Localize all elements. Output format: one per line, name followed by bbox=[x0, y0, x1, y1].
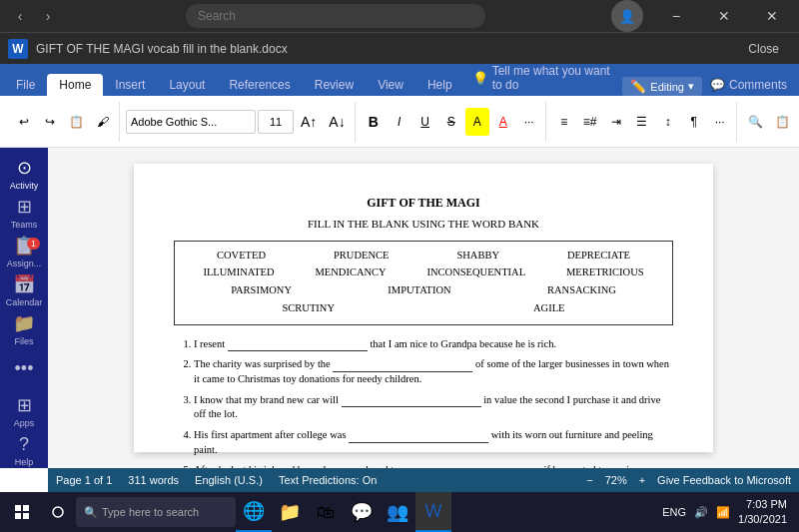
back-button[interactable]: ‹ bbox=[8, 4, 32, 28]
highlight-button[interactable]: A bbox=[465, 108, 489, 136]
maximize-button[interactable]: ✕ bbox=[701, 0, 747, 32]
word-coveted: COVETED bbox=[217, 248, 266, 264]
indent-button[interactable]: ⇥ bbox=[604, 108, 628, 136]
word-prudence: PRUDENCE bbox=[334, 248, 389, 264]
sidebar-item-assignments[interactable]: 📋 Assign... 1 bbox=[4, 234, 44, 268]
app-title-area: W GIFT OF THE MAGI vocab fill in the bla… bbox=[8, 39, 288, 59]
blank-3 bbox=[342, 406, 481, 407]
app-close-area: Close bbox=[736, 38, 791, 60]
files-label: Files bbox=[14, 336, 33, 346]
clipboard2-button[interactable]: 📋 bbox=[770, 108, 795, 136]
taskbar-network[interactable]: 📶 bbox=[716, 506, 730, 519]
comments-button[interactable]: 💬 Comments bbox=[702, 74, 795, 96]
tab-help[interactable]: Help bbox=[415, 74, 464, 96]
taskview-button[interactable] bbox=[40, 492, 76, 532]
word-bank-row-1: COVETED PRUDENCE SHABBY DEPRECIATE bbox=[183, 248, 664, 264]
sidebar: ⊙ Activity ⊞ Teams 📋 Assign... 1 📅 Calen… bbox=[0, 148, 48, 468]
clipboard-button[interactable]: 📋 bbox=[64, 108, 89, 136]
font-shrink-button[interactable]: A↓ bbox=[324, 108, 350, 136]
redo-button[interactable]: ↪ bbox=[38, 108, 62, 136]
blank-2 bbox=[333, 371, 472, 372]
editing-badge[interactable]: ✏️ Editing ▾ bbox=[622, 77, 702, 96]
tell-me-box[interactable]: 💡 Tell me what you want to do bbox=[464, 60, 623, 96]
search-input[interactable] bbox=[186, 4, 485, 28]
calendar-icon: 📅 bbox=[13, 273, 35, 295]
svg-rect-3 bbox=[23, 513, 29, 519]
sentence-list: I resent that I am nice to Grandpa becau… bbox=[174, 337, 673, 469]
taskbar-edge-icon[interactable]: 🌐 bbox=[236, 492, 272, 532]
sidebar-item-activity[interactable]: ⊙ Activity bbox=[4, 156, 44, 191]
font-size-input[interactable] bbox=[258, 110, 294, 134]
sidebar-item-more[interactable]: ••• bbox=[4, 351, 44, 386]
italic-button[interactable]: I bbox=[388, 108, 411, 136]
svg-rect-0 bbox=[15, 505, 21, 511]
feedback-link[interactable]: Give Feedback to Microsoft bbox=[657, 474, 791, 486]
sentence-2: The charity was surprised by the of some… bbox=[194, 357, 673, 386]
sidebar-item-help[interactable]: ? Help bbox=[4, 433, 44, 468]
calendar-label: Calendar bbox=[6, 297, 43, 307]
taskbar-store-icon[interactable]: 🛍 bbox=[308, 492, 344, 532]
language: English (U.S.) bbox=[195, 474, 263, 486]
marks-button[interactable]: ¶ bbox=[682, 108, 706, 136]
close-window-button[interactable]: ✕ bbox=[749, 0, 795, 32]
undo-button[interactable]: ↩ bbox=[12, 108, 36, 136]
forward-button[interactable]: › bbox=[36, 4, 60, 28]
taskbar-word-icon[interactable]: W bbox=[415, 492, 451, 532]
taskbar-teams2-icon[interactable]: 👥 bbox=[380, 492, 415, 532]
strikethrough-button[interactable]: S bbox=[439, 108, 463, 136]
statusbar: Page 1 of 1 311 words English (U.S.) Tex… bbox=[48, 468, 799, 492]
tab-layout[interactable]: Layout bbox=[157, 74, 217, 96]
font-group: A↑ A↓ bbox=[122, 102, 356, 142]
tab-insert[interactable]: Insert bbox=[103, 74, 157, 96]
word-meretricious: MERETRICIOUS bbox=[566, 265, 644, 280]
apps-icon: ⊞ bbox=[17, 394, 32, 416]
font-grow-button[interactable]: A↑ bbox=[296, 108, 322, 136]
activity-label: Activity bbox=[10, 181, 39, 191]
sort-button[interactable]: ↕ bbox=[656, 108, 680, 136]
window-controls: 👤 − ✕ ✕ bbox=[611, 0, 799, 32]
font-color-button[interactable]: A bbox=[491, 108, 515, 136]
paragraph-group: ≡ ≡# ⇥ ☰ ↕ ¶ ··· bbox=[548, 102, 737, 142]
sidebar-item-apps[interactable]: ⊞ Apps bbox=[4, 394, 44, 429]
sentence-3: I know that my brand new car will in val… bbox=[194, 393, 673, 422]
align-button[interactable]: ☰ bbox=[630, 108, 654, 136]
start-button[interactable] bbox=[4, 492, 40, 532]
more-para-button[interactable]: ··· bbox=[708, 108, 732, 136]
minimize-button[interactable]: − bbox=[653, 0, 699, 32]
taskbar-explorer-icon[interactable]: 📁 bbox=[272, 492, 308, 532]
teams-label: Teams bbox=[11, 220, 38, 230]
taskbar-teams-icon[interactable]: 💬 bbox=[344, 492, 380, 532]
tab-references[interactable]: References bbox=[217, 74, 302, 96]
more-styles-button[interactable]: ··· bbox=[517, 108, 541, 136]
bold-button[interactable]: B bbox=[362, 108, 386, 136]
bullets-button[interactable]: ≡ bbox=[552, 108, 576, 136]
word-shabby: SHABBY bbox=[456, 248, 499, 264]
tab-file[interactable]: File bbox=[4, 74, 47, 96]
word-imputation: IMPUTATION bbox=[388, 282, 450, 298]
underline-button[interactable]: U bbox=[413, 108, 437, 136]
numbering-button[interactable]: ≡# bbox=[578, 108, 602, 136]
sidebar-item-files[interactable]: 📁 Files bbox=[4, 312, 44, 347]
more-icon: ••• bbox=[15, 358, 34, 379]
files-icon: 📁 bbox=[13, 312, 35, 334]
word-parsimony: PARSIMONY bbox=[231, 282, 292, 298]
taskbar-volume[interactable]: 🔊 bbox=[694, 506, 708, 519]
tab-review[interactable]: Review bbox=[303, 74, 366, 96]
sidebar-item-teams[interactable]: ⊞ Teams bbox=[4, 195, 44, 230]
taskbar-system-tray: ENG 🔊 📶 7:03 PM 1/30/2021 bbox=[662, 497, 795, 528]
word-bank: COVETED PRUDENCE SHABBY DEPRECIATE ILLUM… bbox=[174, 241, 673, 325]
sidebar-item-calendar[interactable]: 📅 Calendar bbox=[4, 272, 44, 307]
format-painter-button[interactable]: 🖌 bbox=[91, 108, 115, 136]
tab-view[interactable]: View bbox=[366, 74, 415, 96]
document: GIFT OF THE MAGI FILL IN THE BLANK USING… bbox=[134, 164, 713, 452]
time-display: 7:03 PM bbox=[738, 497, 787, 512]
app-close-button[interactable]: Close bbox=[736, 38, 791, 60]
zoom-minus[interactable]: − bbox=[586, 474, 592, 486]
taskbar-search-box[interactable]: 🔍 Type here to search bbox=[76, 497, 236, 527]
find-button[interactable]: 🔍 bbox=[743, 108, 768, 136]
font-name-input[interactable] bbox=[126, 110, 256, 134]
tab-home[interactable]: Home bbox=[47, 74, 103, 96]
zoom-plus[interactable]: + bbox=[639, 474, 645, 486]
zoom-level: 72% bbox=[605, 474, 627, 486]
doc-title: GIFT OF THE MAGI bbox=[174, 194, 673, 212]
